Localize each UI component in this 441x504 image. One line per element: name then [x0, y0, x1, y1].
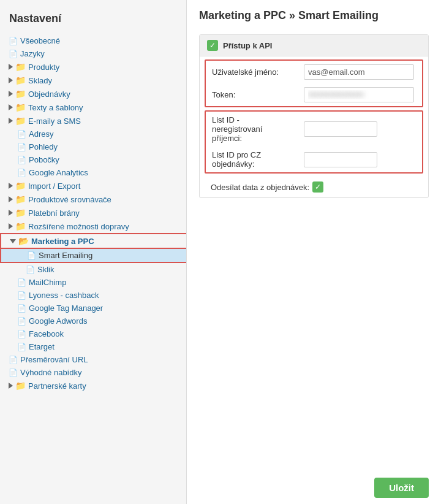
sidebar-item-sklik[interactable]: 📄 Sklik	[0, 263, 186, 276]
sidebar-item-vyhodne[interactable]: 📄 Výhodné nabídky	[0, 366, 186, 379]
list-id-cz-input[interactable]	[304, 152, 377, 167]
sidebar-item-presmerovani[interactable]: 📄 Přesměrování URL	[0, 353, 186, 366]
chevron-down-icon	[10, 239, 16, 243]
folder-icon: 📁	[15, 381, 26, 391]
sidebar-item-label: MailChimp	[29, 278, 66, 287]
list-id-cz-input-cell	[298, 147, 422, 172]
sidebar-item-platebni[interactable]: 📁 Platební brány	[0, 206, 186, 220]
sidebar-item-google-tag[interactable]: 📄 Google Tag Manager	[0, 302, 186, 315]
sidebar-item-emaily[interactable]: 📁 E-maily a SMS	[0, 114, 186, 128]
sidebar-item-label: Partnerské karty	[28, 381, 86, 391]
send-data-checkbox[interactable]: ✓	[312, 181, 323, 193]
file-icon: 📄	[17, 291, 26, 300]
file-icon: 📄	[17, 343, 26, 351]
sidebar-item-label: Produkty	[28, 63, 59, 72]
sidebar-item-objednavky[interactable]: 📁 Objednávky	[0, 87, 186, 101]
sidebar-item-label: Smart Emailing	[39, 251, 92, 260]
sidebar-item-facebook[interactable]: 📄 Facebook	[0, 327, 186, 340]
sidebar-item-label: Přesměrování URL	[20, 355, 88, 364]
credentials-group: Uživatelské jméno: Token:	[205, 59, 423, 107]
sidebar-item-mailchimp[interactable]: 📄 MailChimp	[0, 276, 186, 289]
list-id-row: List ID - neregistrovaní příjemci:	[206, 112, 422, 147]
list-id-input-cell	[298, 112, 422, 147]
sidebar-item-label: Výhodné nabídky	[20, 368, 81, 377]
sidebar-item-produktove[interactable]: 📁 Produktové srovnávače	[0, 193, 186, 206]
folder-icon: 📁	[15, 62, 26, 72]
chevron-right-icon	[9, 77, 13, 83]
sidebar-item-label: Jazyky	[20, 49, 45, 58]
sidebar-title: Nastavení	[0, 6, 186, 34]
chevron-right-icon	[9, 91, 13, 97]
sidebar-item-label: Import / Export	[28, 181, 80, 191]
file-icon: 📄	[26, 265, 35, 274]
sidebar-item-adresy[interactable]: 📄 Adresy	[0, 128, 186, 140]
folder-icon: 📁	[15, 89, 26, 99]
sidebar-item-partnerske[interactable]: 📁 Partnerské karty	[0, 379, 186, 392]
folder-icon: 📁	[15, 208, 26, 218]
file-icon: 📄	[9, 50, 18, 58]
file-icon: 📄	[17, 156, 26, 164]
sidebar-item-label: Pohledy	[29, 142, 58, 151]
sidebar-item-vseobecne[interactable]: 📄 Všeobecné	[0, 34, 186, 47]
sidebar-item-label: Google Tag Manager	[29, 304, 103, 313]
sidebar-item-pohledy[interactable]: 📄 Pohledy	[0, 140, 186, 153]
chevron-right-icon	[9, 118, 13, 124]
list-id-cz-label: List ID pro CZ objednávky:	[206, 147, 298, 172]
main-content: Marketing a PPC » Smart Emailing ✓ Příst…	[187, 0, 441, 216]
sidebar-item-label: Etarget	[29, 342, 55, 351]
username-input[interactable]	[304, 64, 414, 80]
sidebar-item-texty[interactable]: 📁 Texty a šablony	[0, 101, 186, 114]
folder-icon: 📁	[15, 181, 26, 191]
folder-open-icon: 📂	[18, 236, 29, 246]
sidebar-item-produkty[interactable]: 📁 Produkty	[0, 60, 186, 74]
chevron-right-icon	[9, 183, 13, 189]
sidebar-item-label: Všeobecné	[20, 36, 60, 45]
sidebar-item-label: Adresy	[29, 129, 53, 139]
chevron-right-icon	[9, 210, 13, 216]
sidebar-item-google-adwords[interactable]: 📄 Google Adwords	[0, 315, 186, 327]
folder-icon: 📁	[15, 75, 26, 85]
sidebar-item-google-analytics[interactable]: 📄 Google Analytics	[0, 166, 186, 179]
file-icon: 📄	[9, 37, 18, 45]
file-icon: 📄	[17, 330, 26, 338]
token-input-cell	[298, 83, 422, 106]
sidebar-item-smart-emailing[interactable]: 📄 Smart Emailing	[0, 249, 186, 263]
sidebar-item-label: Google Adwords	[29, 316, 87, 326]
main-wrapper: Marketing a PPC » Smart Emailing ✓ Příst…	[187, 0, 441, 504]
sidebar-item-import-export[interactable]: 📁 Import / Export	[0, 179, 186, 193]
chevron-right-icon	[9, 104, 13, 110]
chevron-right-icon	[9, 383, 13, 389]
file-icon: 📄	[17, 143, 26, 151]
chevron-right-icon	[9, 64, 13, 70]
username-label: Uživatelské jméno:	[206, 61, 298, 83]
list-id-group: List ID - neregistrovaní příjemci: List …	[205, 110, 423, 174]
list-id-label: List ID - neregistrovaní příjemci:	[206, 112, 298, 147]
sidebar-item-label: Facebook	[29, 329, 64, 338]
sidebar-item-label: Platební brány	[28, 208, 80, 218]
sidebar-item-marketing[interactable]: 📂 Marketing a PPC	[0, 233, 186, 249]
api-body: Uživatelské jméno: Token:	[200, 59, 428, 197]
sidebar-item-lyoness[interactable]: 📄 Lyoness - cashback	[0, 289, 186, 302]
save-button[interactable]: Uložit	[374, 478, 429, 498]
credentials-table: Uživatelské jméno: Token:	[206, 61, 422, 106]
file-icon: 📄	[17, 317, 26, 326]
list-id-cz-row: List ID pro CZ objednávky:	[206, 147, 422, 172]
file-icon: 📄	[27, 251, 36, 260]
folder-icon: 📁	[15, 116, 26, 126]
file-icon: 📄	[17, 130, 26, 139]
chevron-right-icon	[9, 223, 13, 229]
sidebar-item-jazyky[interactable]: 📄 Jazyky	[0, 47, 186, 60]
username-row: Uživatelské jméno:	[206, 61, 422, 83]
sidebar-item-rozsirene[interactable]: 📁 Rozšířené možnosti dopravy	[0, 220, 186, 233]
token-row: Token:	[206, 83, 422, 106]
token-input[interactable]	[304, 87, 414, 102]
chevron-right-icon	[9, 196, 13, 202]
list-id-input[interactable]	[304, 121, 377, 137]
sidebar-item-etarget[interactable]: 📄 Etarget	[0, 340, 186, 353]
sidebar-item-sklady[interactable]: 📁 Sklady	[0, 74, 186, 87]
sidebar-item-pobocky[interactable]: 📄 Pobočky	[0, 153, 186, 166]
footer-bar: Uložit	[374, 472, 441, 504]
sidebar-item-label: Objednávky	[28, 90, 70, 99]
send-data-label: Odesílat data z objednávek:	[211, 183, 312, 192]
folder-icon: 📁	[15, 102, 26, 112]
